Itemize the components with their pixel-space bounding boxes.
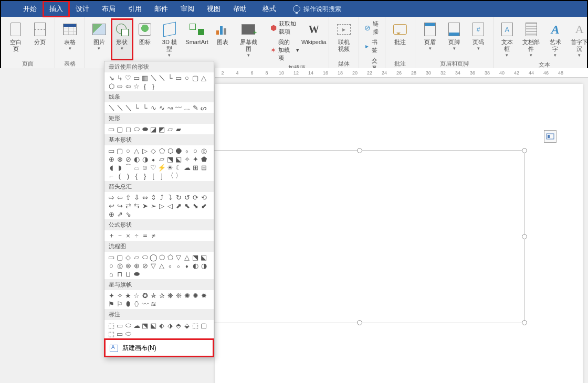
handle-bottom[interactable] (357, 320, 362, 325)
shape-curve-a[interactable]: ∿ (150, 104, 157, 111)
bookmark-button[interactable]: ▸书签 (362, 37, 382, 55)
shape-c2[interactable]: ▭ (116, 322, 123, 329)
shape-r9[interactable]: ▰ (175, 125, 182, 133)
shape-e5[interactable]: ＝ (141, 232, 149, 239)
shape-a10[interactable]: ↺ (183, 194, 191, 201)
shape-f27[interactable]: ⊔ (124, 270, 132, 278)
shape-f10[interactable]: △ (183, 253, 191, 261)
shape-f7[interactable]: ⬡ (158, 253, 165, 261)
horizontal-ruler[interactable]: 2468101214161820222426283032343638404244… (215, 68, 588, 78)
shape-a16[interactable]: ⇆ (133, 202, 140, 209)
shape-c13[interactable]: ⬚ (108, 330, 115, 337)
shape-a6[interactable]: ⇕ (150, 194, 157, 201)
shape-c12[interactable]: ▢ (200, 322, 207, 329)
shape-s4[interactable]: ☆ (133, 292, 140, 299)
shape-f6[interactable]: ◯ (150, 253, 157, 261)
icons-button[interactable]: 图标 (134, 19, 156, 60)
shape-f26[interactable]: ⊓ (116, 270, 123, 278)
shape-a11[interactable]: ⟳ (192, 194, 199, 201)
tab-start[interactable]: 开始 (17, 1, 43, 17)
shape-c10[interactable]: ⬙ (183, 322, 191, 329)
page[interactable] (215, 84, 583, 383)
shape-b1[interactable]: ▭ (108, 147, 115, 154)
shape-brace[interactable]: { (141, 82, 149, 90)
shape-c8[interactable]: ⬗ (166, 322, 174, 329)
shape-line-c[interactable]: ＼ (124, 104, 132, 111)
shape-r8[interactable]: ▱ (166, 125, 174, 133)
shape-s1[interactable]: ✦ (108, 292, 115, 299)
shape-b15[interactable]: ⊘ (124, 155, 132, 163)
table-button[interactable]: 表格▾ (58, 19, 81, 53)
shape-c11[interactable]: ⬚ (192, 322, 199, 329)
shape-f11[interactable]: ⬔ (192, 253, 199, 261)
tab-design[interactable]: 设计 (69, 1, 96, 17)
shape-r7[interactable]: ◩ (158, 125, 165, 133)
smartart-button[interactable]: SmartArt (183, 19, 211, 60)
shape-e4[interactable]: ÷ (133, 232, 140, 239)
shape-b25[interactable]: ◖ (108, 164, 115, 171)
shape-b36[interactable]: ⊟ (200, 164, 207, 171)
comment-button[interactable]: 批注 (388, 19, 412, 48)
shape-f12[interactable]: ⬕ (200, 253, 207, 261)
shape-brace2[interactable]: } (150, 82, 157, 90)
chart-button[interactable]: 图表 (212, 19, 234, 60)
shape-f2[interactable]: ▢ (116, 253, 123, 261)
shape-b37[interactable]: ⌐ (108, 172, 115, 179)
shape-b11[interactable]: ○ (192, 147, 199, 154)
shape-s5[interactable]: ✪ (141, 292, 149, 299)
shape-b44[interactable]: 〈 (166, 172, 174, 179)
shape-b39[interactable]: ) (124, 172, 132, 179)
tab-format[interactable]: 格式 (256, 1, 282, 17)
shape-r4[interactable]: ⬭ (133, 125, 140, 133)
shape-f4[interactable]: ▱ (133, 253, 140, 261)
shape-f25[interactable]: ⌂ (108, 270, 115, 278)
shape-b14[interactable]: ⊗ (116, 155, 123, 163)
3d-models-button[interactable]: 3D 模型▾ (157, 19, 182, 60)
shape-a23[interactable]: ⬊ (192, 202, 199, 209)
my-addins-button[interactable]: ✶我的加载项 ▾ (268, 37, 301, 63)
shape-s8[interactable]: ❋ (166, 292, 174, 299)
shape-curve-b[interactable]: ∿ (158, 104, 165, 111)
shape-f5[interactable]: ⬭ (141, 253, 149, 261)
shape-line[interactable]: ＼ (150, 74, 157, 81)
shape-f16[interactable]: ⊕ (133, 262, 140, 269)
shape-r3[interactable]: ◻ (124, 125, 132, 133)
shape-f22[interactable]: ⬧ (183, 262, 191, 269)
shape-s13[interactable]: ⚑ (108, 300, 115, 307)
handle-top[interactable] (357, 148, 362, 153)
shape-b9[interactable]: ⯃ (175, 147, 182, 154)
screenshot-button[interactable]: 屏幕截图▾ (235, 19, 262, 60)
shape-b17[interactable]: ◑ (141, 155, 149, 163)
shape-s6[interactable]: ✯ (150, 292, 157, 299)
footer-button[interactable]: 页脚▾ (443, 19, 466, 53)
wordart-button[interactable]: A艺术字▾ (545, 19, 565, 60)
shape-arrow-r[interactable]: ⇨ (116, 82, 123, 90)
shape-c3[interactable]: ⬭ (124, 322, 132, 329)
tab-insert[interactable]: 插入 (43, 1, 69, 17)
shape-b26[interactable]: ◗ (116, 164, 123, 171)
shape-f19[interactable]: △ (158, 262, 165, 269)
page-break-button[interactable]: 分页 (29, 19, 52, 55)
shape-b19[interactable]: ▱ (158, 155, 165, 163)
shape-b34[interactable]: ☁ (183, 164, 191, 171)
shape-f13[interactable]: ○ (108, 262, 115, 269)
shape-b33[interactable]: ☾ (175, 164, 182, 171)
shape-a22[interactable]: ⬉ (183, 202, 191, 209)
shape-b8[interactable]: ⬡ (166, 147, 174, 154)
shape-f18[interactable]: ▽ (150, 262, 157, 269)
shape-a25[interactable]: ⊕ (108, 210, 115, 218)
shape-b29[interactable]: ☺ (141, 164, 149, 171)
shape-triangle[interactable]: △ (200, 74, 207, 81)
shape-curve-c[interactable]: ↝ (166, 104, 174, 111)
shape-f15[interactable]: ⊗ (124, 262, 132, 269)
shape-b27[interactable]: ⌒ (124, 164, 132, 171)
shape-free-b[interactable]: ﹏ (183, 104, 191, 111)
tab-references[interactable]: 引用 (122, 1, 148, 17)
shape-a21[interactable]: ⬈ (175, 202, 182, 209)
shape-e2[interactable]: － (116, 232, 123, 239)
tab-help[interactable]: 帮助 (227, 1, 253, 17)
shape-b3[interactable]: ○ (124, 147, 132, 154)
shape-s7[interactable]: ✰ (158, 292, 165, 299)
shape-b35[interactable]: ⊞ (192, 164, 199, 171)
shape-a12[interactable]: ⟲ (200, 194, 207, 201)
